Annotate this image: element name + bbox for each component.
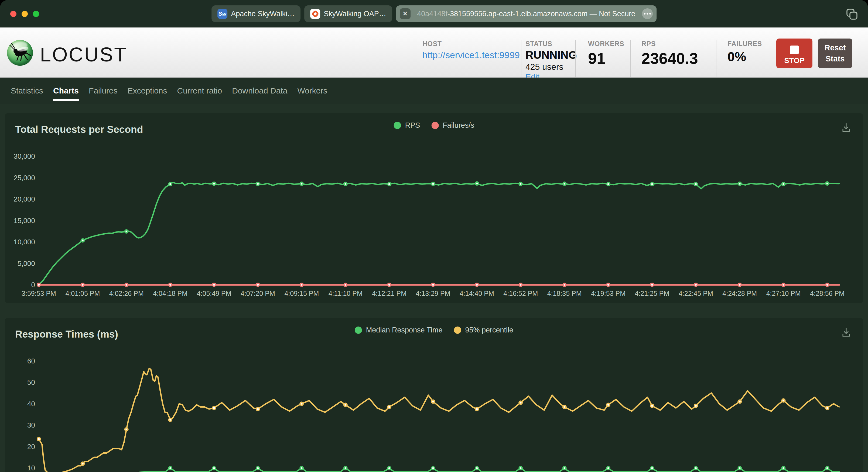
- svg-text:4:16:52 PM: 4:16:52 PM: [503, 290, 538, 297]
- chart-panel-rps: Total Requests per Second RPS Failures/s…: [5, 113, 863, 303]
- rps-label: RPS: [642, 40, 698, 48]
- app-title: LOCUST: [40, 43, 127, 66]
- stop-button[interactable]: STOP: [776, 38, 812, 68]
- legend-dot-red: [431, 122, 439, 129]
- status-block: STATUS RUNNING 425 users Edit: [525, 40, 577, 81]
- svg-text:10,000: 10,000: [13, 238, 35, 246]
- status-users: 425 users: [525, 62, 577, 72]
- failures-label: FAILURES: [727, 40, 762, 48]
- divider: [716, 40, 716, 77]
- svg-text:30: 30: [27, 421, 35, 429]
- zoom-window-button[interactable]: [33, 11, 39, 17]
- rps-value: 23640.3: [642, 49, 698, 67]
- svg-text:4:27:10 PM: 4:27:10 PM: [766, 290, 801, 297]
- skywalking-oap-tab-icon: [310, 9, 320, 19]
- rps-chart-plot[interactable]: 05,00010,00015,00020,00025,00030,0003:59…: [5, 113, 863, 303]
- minimize-window-button[interactable]: [22, 11, 28, 17]
- page-content: Total Requests per Second RPS Failures/s…: [0, 104, 868, 472]
- svg-text:4:28:56 PM: 4:28:56 PM: [810, 290, 844, 297]
- chart-legend: Median Response Time 95% percentile: [355, 326, 513, 334]
- download-chart-icon[interactable]: [840, 326, 852, 338]
- svg-text:4:22:45 PM: 4:22:45 PM: [679, 290, 713, 297]
- svg-text:5,000: 5,000: [18, 260, 35, 268]
- close-tab-icon[interactable]: ✕: [400, 8, 410, 19]
- legend-item-median[interactable]: Median Response Time: [355, 326, 443, 334]
- legend-item-95th[interactable]: 95% percentile: [454, 326, 514, 334]
- svg-text:60: 60: [27, 357, 35, 365]
- nav-download-data[interactable]: Download Data: [232, 77, 287, 104]
- failures-value: 0%: [727, 49, 762, 64]
- divider: [630, 40, 631, 77]
- svg-text:25,000: 25,000: [13, 174, 35, 182]
- nav-current-ratio[interactable]: Current ratio: [177, 77, 222, 104]
- reset-stats-button[interactable]: Reset Stats: [818, 38, 852, 68]
- rps-block: RPS 23640.3: [642, 40, 698, 67]
- svg-text:15,000: 15,000: [13, 216, 35, 225]
- host-block: HOST http://service1.test:9999: [423, 40, 520, 60]
- svg-text:4:11:10 PM: 4:11:10 PM: [329, 290, 363, 297]
- svg-text:4:05:49 PM: 4:05:49 PM: [197, 290, 231, 297]
- legend-item-failures[interactable]: Failures/s: [431, 121, 474, 130]
- workers-value: 91: [588, 49, 624, 67]
- tab-label: SkyWalking OAP…: [324, 10, 386, 18]
- svg-text:4:13:29 PM: 4:13:29 PM: [416, 290, 451, 297]
- divider: [521, 40, 521, 77]
- workers-block: WORKERS 91: [588, 40, 624, 67]
- svg-text:4:02:26 PM: 4:02:26 PM: [109, 290, 144, 297]
- nav-workers[interactable]: Workers: [297, 77, 327, 104]
- svg-text:4:19:53 PM: 4:19:53 PM: [591, 290, 625, 297]
- host-url-link[interactable]: http://service1.test:9999: [423, 50, 520, 60]
- svg-text:40: 40: [27, 400, 35, 408]
- download-chart-icon[interactable]: [840, 121, 852, 134]
- stop-icon: [790, 45, 799, 54]
- legend-item-rps[interactable]: RPS: [394, 121, 420, 130]
- tab-skywalking-oap[interactable]: SkyWalking OAP…: [304, 5, 392, 22]
- svg-text:4:18:35 PM: 4:18:35 PM: [547, 290, 582, 297]
- locust-header: LOCUST HOST http://service1.test:9999 ST…: [0, 28, 868, 77]
- main-nav: Statistics Charts Failures Exceptions Cu…: [0, 77, 868, 104]
- failures-block: FAILURES 0%: [727, 40, 762, 64]
- workers-label: WORKERS: [588, 40, 624, 48]
- tab-apache-skywalking[interactable]: Sw Apache SkyWalki…: [212, 5, 301, 22]
- legend-dot-green: [394, 122, 401, 129]
- nav-statistics[interactable]: Statistics: [11, 77, 43, 104]
- locust-bug-icon: [7, 40, 33, 66]
- svg-text:50: 50: [27, 378, 35, 386]
- status-label: STATUS: [525, 40, 577, 48]
- legend-dot-green: [355, 327, 362, 334]
- svg-text:4:04:18 PM: 4:04:18 PM: [153, 290, 187, 297]
- tab-active-locust[interactable]: ✕ 40a4148f-381559556.ap-east-1.elb.amazo…: [396, 5, 656, 22]
- svg-text:4:24:28 PM: 4:24:28 PM: [722, 290, 757, 297]
- svg-text:10: 10: [27, 464, 35, 472]
- nav-charts[interactable]: Charts: [53, 77, 79, 104]
- response-times-chart-plot[interactable]: 102030405060: [5, 318, 863, 472]
- more-options-icon[interactable]: [642, 8, 653, 19]
- browser-window: Sw Apache SkyWalki… SkyWalking OAP… ✕ 40…: [0, 0, 868, 472]
- chart-title: Response Times (ms): [15, 329, 118, 340]
- svg-text:4:21:25 PM: 4:21:25 PM: [635, 290, 670, 297]
- svg-text:4:09:15 PM: 4:09:15 PM: [284, 290, 319, 297]
- host-label: HOST: [423, 40, 520, 48]
- svg-text:4:14:40 PM: 4:14:40 PM: [460, 290, 494, 297]
- nav-failures[interactable]: Failures: [89, 77, 118, 104]
- svg-text:4:01:05 PM: 4:01:05 PM: [65, 290, 100, 297]
- svg-text:4:12:21 PM: 4:12:21 PM: [372, 290, 406, 297]
- legend-dot-yellow: [454, 327, 461, 334]
- close-window-button[interactable]: [10, 11, 17, 17]
- tab-bar: Sw Apache SkyWalki… SkyWalking OAP… ✕ 40…: [212, 5, 656, 22]
- tab-overview-icon[interactable]: [846, 8, 859, 21]
- svg-text:20: 20: [27, 443, 35, 451]
- chart-title: Total Requests per Second: [15, 124, 143, 135]
- divider: [575, 40, 576, 77]
- window-controls: [10, 11, 39, 17]
- status-value: RUNNING: [525, 49, 577, 61]
- chart-panel-response-times: Response Times (ms) Median Response Time…: [5, 318, 863, 472]
- svg-text:30,000: 30,000: [13, 152, 35, 160]
- nav-exceptions[interactable]: Exceptions: [128, 77, 167, 104]
- skywalking-tab-icon: Sw: [217, 9, 227, 19]
- address-url: 40a4148f-381559556.ap-east-1.elb.amazona…: [414, 10, 639, 18]
- tab-label: Apache SkyWalki…: [231, 10, 294, 18]
- svg-text:20,000: 20,000: [13, 195, 35, 203]
- svg-text:3:59:53 PM: 3:59:53 PM: [22, 290, 56, 297]
- svg-text:0: 0: [31, 281, 35, 289]
